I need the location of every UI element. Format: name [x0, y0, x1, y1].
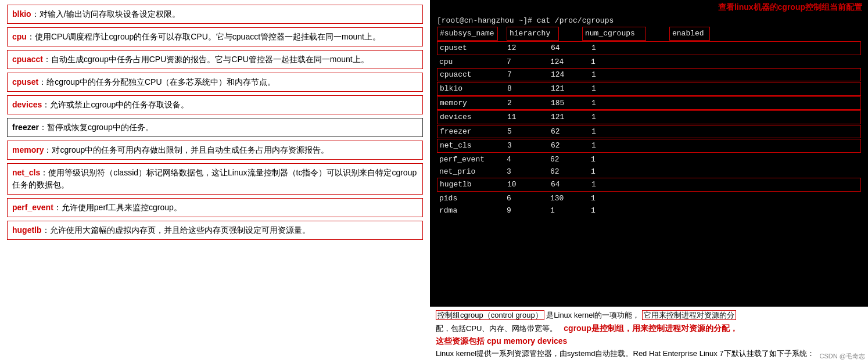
- cell-name: perf_event: [437, 153, 498, 166]
- cell-h: 7: [498, 69, 528, 81]
- term-text-hugetlb: 允许使用大篇幅的虚拟内存页，并且给这些内存页强制设定可用资源量。: [50, 225, 310, 235]
- cell-name: freezer: [437, 125, 498, 138]
- cell-e: 1: [574, 139, 597, 152]
- cell-name: cpu: [437, 56, 498, 68]
- term-text-cpuset: 给cgroup中的任务分配独立CPU（在多芯系统中）和内存节点。: [46, 77, 275, 87]
- term-key-perfevent: perf_event: [12, 203, 53, 212]
- table-row: blkio81211: [437, 82, 861, 95]
- table-row: net_cls3621: [437, 139, 861, 152]
- term-freezer: freezer：暂停或恢复cgroup中的任务。: [7, 118, 423, 137]
- cmd-line: [root@cn-hangzhou ~]# cat /proc/cgroups: [437, 16, 861, 25]
- term-text-blkio: 对输入/输出访问存取块设备设定权限。: [40, 9, 180, 19]
- bottom-bold-line2: 这些资源包括 cpu memory devices: [436, 336, 567, 346]
- cell-h: 11: [498, 111, 528, 123]
- table-row: cpuset12641: [437, 41, 861, 55]
- cell-name: blkio: [437, 82, 498, 95]
- term-sep: ：: [31, 9, 40, 19]
- cell-e: 1: [574, 111, 597, 123]
- cell-h: 12: [498, 42, 528, 54]
- bottom-section: 控制组cgroup（control group） 是Linux kernel的一…: [430, 307, 868, 363]
- term-text-memory: 对cgroup中的任务可用内存做出限制，并且自动生成任务占用内存资源报告。: [52, 145, 329, 154]
- table-row: hugetlb10641: [437, 178, 861, 191]
- cell-n: 130: [527, 192, 573, 204]
- term-hugetlb: hugetlb：允许使用大篇幅的虚拟内存页，并且给这些内存页强制设定可用资源量。: [7, 221, 423, 240]
- term-text-netcls: 使用等级识别符（classid）标记网络数据包，这让Linux流量控制器（tc指…: [12, 168, 417, 189]
- cell-e: 1: [574, 97, 597, 109]
- term-text-cpu: 使用CPU调度程序让cgroup的任务可以存取CPU。它与cpuacct管控器一…: [35, 32, 381, 41]
- term-perfevent: perf_event：允许使用perf工具来监控cgroup。: [7, 198, 423, 217]
- term-cpuacct: cpuacct：自动生成cgroup中任务占用CPU资源的报告。它与CPU管控器…: [7, 50, 423, 69]
- table-header-row: #subsys_name hierarchy num_cgroups enabl…: [437, 27, 861, 41]
- term-key-cpu: cpu: [12, 32, 27, 41]
- term-key-memory: memory: [12, 145, 44, 154]
- cell-name: rdma: [437, 204, 498, 217]
- cell-h: 9: [498, 204, 527, 217]
- cell-e: 1: [574, 69, 597, 81]
- cgroup-table-rows: cpuset12641cpu71241cpuacct71241blkio8121…: [437, 41, 861, 217]
- term-cpuset: cpuset：给cgroup中的任务分配独立CPU（在多芯系统中）和内存节点。: [7, 73, 423, 92]
- cell-h: 7: [498, 56, 527, 68]
- header-subsys: #subsys_name: [437, 27, 498, 41]
- cell-n: 64: [528, 178, 574, 191]
- term-netcls: net_cls：使用等级识别符（classid）标记网络数据包，这让Linux流…: [7, 163, 423, 195]
- left-panel: blkio：对输入/输出访问存取块设备设定权限。 cpu：使用CPU调度程序让c…: [0, 0, 430, 363]
- bottom-cgroup-term: 控制组cgroup（control group）: [436, 310, 544, 320]
- cell-n: 121: [528, 82, 574, 95]
- cell-name: net_prio: [437, 166, 498, 178]
- term-text-cpuacct: 自动生成cgroup中任务占用CPU资源的报告。它与CPU管控器一起挂载在同一m…: [51, 55, 369, 64]
- cell-e: 1: [573, 56, 597, 68]
- header-numcgroups: num_cgroups: [582, 27, 646, 41]
- table-row: freezer5621: [437, 125, 861, 138]
- cell-name: devices: [437, 111, 498, 123]
- cell-n: 1: [527, 204, 573, 217]
- term-text-perfevent: 允许使用perf工具来监控cgroup。: [62, 203, 182, 212]
- term-key-freezer: freezer: [12, 123, 39, 132]
- term-key-netcls: net_cls: [12, 168, 40, 177]
- term-text-freezer: 暂停或恢复cgroup中的任务。: [47, 123, 153, 132]
- cell-e: 1: [573, 192, 597, 204]
- term-key-blkio: blkio: [12, 9, 31, 19]
- term-key-devices: devices: [12, 100, 42, 109]
- title-bar-left: [436, 3, 437, 12]
- cell-e: 1: [573, 166, 597, 178]
- term-devices: devices：允许或禁止cgroup中的任务存取设备。: [7, 95, 423, 114]
- bottom-line1: 控制组cgroup（control group） 是Linux kernel的一…: [436, 310, 862, 322]
- term-sep2: ：: [27, 32, 35, 41]
- bottom-line1b: 配，包括CPU、内存、网络带宽等。 cgroup是控制组，用来控制进程对资源的分…: [436, 322, 862, 335]
- term-blkio: blkio：对输入/输出访问存取块设备设定权限。: [7, 5, 423, 24]
- cell-h: 3: [498, 139, 528, 152]
- bottom-usage-desc: 它用来控制进程对资源的分: [642, 310, 736, 320]
- cell-n: 124: [528, 69, 574, 81]
- bottom-line2: 这些资源包括 cpu memory devices: [436, 335, 862, 348]
- cell-name: cpuacct: [437, 69, 498, 81]
- term-key-hugetlb: hugetlb: [12, 225, 42, 235]
- cell-h: 3: [498, 166, 527, 178]
- right-wrapper: 查看linux机器的cgroup控制组当前配置 [root@cn-hangzho…: [430, 0, 868, 363]
- cell-n: 62: [527, 166, 573, 178]
- cell-name: hugetlb: [437, 178, 498, 191]
- cell-n: 124: [527, 56, 573, 68]
- cell-h: 5: [498, 125, 528, 138]
- cell-e: 1: [574, 82, 597, 95]
- cell-name: net_cls: [437, 139, 498, 152]
- cell-n: 185: [528, 97, 574, 109]
- cell-n: 62: [528, 139, 574, 152]
- table-row: rdma911: [437, 204, 861, 217]
- bottom-line1-text: 是Linux kernel的一项功能，: [546, 311, 640, 319]
- cell-e: 1: [573, 204, 597, 217]
- csdn-tag: CSDN @毛奇志: [820, 351, 865, 362]
- bottom-bold-line: cgroup是控制组，用来控制进程对资源的分配，: [564, 324, 737, 333]
- table-row: perf_event4621: [437, 153, 861, 166]
- cell-e: 1: [574, 42, 597, 54]
- term-cpu: cpu：使用CPU调度程序让cgroup的任务可以存取CPU。它与cpuacct…: [7, 27, 423, 46]
- term-key-cpuacct: cpuacct: [12, 55, 43, 64]
- cell-h: 2: [498, 97, 528, 109]
- table-row: net_prio3621: [437, 166, 861, 178]
- right-title: 查看linux机器的cgroup控制组当前配置: [718, 2, 862, 13]
- cell-name: pids: [437, 192, 498, 204]
- table-row: cpu71241: [437, 56, 861, 68]
- header-enabled: enabled: [669, 27, 710, 41]
- cell-h: 8: [498, 82, 528, 95]
- term-key-cpuset: cpuset: [12, 77, 38, 87]
- term-text-devices: 允许或禁止cgroup中的任务存取设备。: [50, 100, 189, 109]
